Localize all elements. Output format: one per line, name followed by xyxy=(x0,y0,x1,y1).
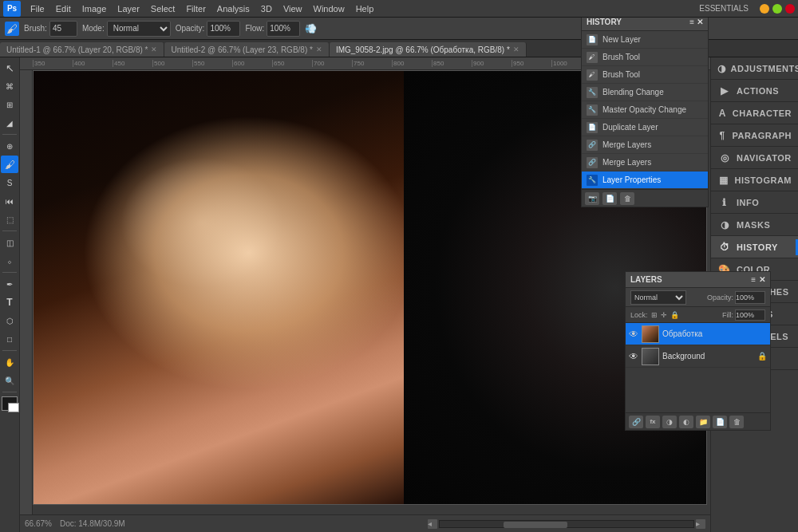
history-item-7[interactable]: 🔗 Merge Layers xyxy=(582,154,708,171)
tool-shape[interactable]: □ xyxy=(1,330,18,348)
history-item-3[interactable]: 🔧 Blending Change xyxy=(582,84,708,101)
tool-hand[interactable]: ✋ xyxy=(1,353,18,371)
menu-select[interactable]: Select xyxy=(146,2,180,15)
brush-tool-btn[interactable]: 🖌 xyxy=(5,22,19,36)
layers-mask-btn[interactable]: ◑ xyxy=(662,416,677,428)
layers-delete-btn[interactable]: 🗑 xyxy=(729,416,744,428)
info-label: INFO xyxy=(737,198,759,207)
panel-masks[interactable]: ◑ MASKS xyxy=(711,214,798,236)
tab-untitled1-close[interactable]: ✕ xyxy=(151,45,157,53)
history-delete-btn[interactable]: 🗑 xyxy=(620,192,634,205)
foreground-color[interactable] xyxy=(2,396,18,411)
menu-help[interactable]: Help xyxy=(351,2,379,15)
tool-text[interactable]: T xyxy=(1,294,18,311)
h-scrollbar[interactable] xyxy=(439,520,694,528)
layers-fx-btn[interactable]: fx xyxy=(646,416,660,428)
menu-image[interactable]: Image xyxy=(77,2,112,15)
flow-input[interactable] xyxy=(267,21,300,37)
history-new-btn[interactable]: 📄 xyxy=(602,192,617,205)
tool-eraser[interactable]: ⬚ xyxy=(1,211,18,228)
lock-all-icon[interactable]: 🔒 xyxy=(670,311,679,319)
menu-3d[interactable]: 3D xyxy=(256,2,277,15)
panel-info[interactable]: ℹ INFO xyxy=(711,191,798,214)
tab-untitled1[interactable]: Untitled-1 @ 66.7% (Layer 20, RGB/8) * ✕ xyxy=(0,42,164,57)
history-panel-title: HISTORY xyxy=(587,18,622,26)
tool-brush[interactable]: 🖌 xyxy=(1,156,18,173)
tool-eyedropper[interactable]: ◢ xyxy=(1,114,18,132)
menu-analysis[interactable]: Analysis xyxy=(212,2,255,15)
tool-crop[interactable]: ⊞ xyxy=(1,96,18,113)
menu-edit[interactable]: Edit xyxy=(51,2,76,15)
panel-history[interactable]: ⏱ HISTORY xyxy=(711,236,798,258)
layers-menu-icon[interactable]: ≡ xyxy=(751,275,756,284)
h-scrollbar-thumb[interactable] xyxy=(504,522,567,528)
ruler-mark: 650 xyxy=(272,60,312,67)
layers-fill-input[interactable] xyxy=(735,309,765,321)
layer-visibility-0[interactable]: 👁 xyxy=(629,329,638,340)
tool-zoom[interactable]: 🔍 xyxy=(1,372,18,389)
panel-actions[interactable]: ▶ ACTIONS xyxy=(711,80,798,102)
tool-history-brush[interactable]: ⏮ xyxy=(1,192,18,210)
history-close-icon[interactable]: ✕ xyxy=(697,18,703,26)
layers-opacity-control: Opacity: xyxy=(707,291,765,304)
history-item-5[interactable]: 📄 Duplicate Layer xyxy=(582,119,708,136)
menu-filter[interactable]: Filter xyxy=(181,2,210,15)
panel-adjustments[interactable]: ◑ ADJUSTMENTS xyxy=(711,57,798,80)
tool-lasso[interactable]: ⌘ xyxy=(1,77,18,95)
panel-histogram[interactable]: ▦ HISTOGRAM xyxy=(711,169,798,191)
layer-lock-icon-1: 🔒 xyxy=(757,352,767,361)
layers-opacity-input[interactable] xyxy=(735,291,765,304)
scroll-right-btn[interactable]: ▸ xyxy=(696,519,705,529)
layers-new-btn[interactable]: 📄 xyxy=(713,416,727,428)
history-item-6[interactable]: 🔗 Merge Layers xyxy=(582,136,708,154)
history-label: HISTORY xyxy=(737,242,778,252)
maximize-button[interactable] xyxy=(772,4,782,14)
history-menu-icon[interactable]: ≡ xyxy=(689,18,694,26)
brush-size-input[interactable] xyxy=(49,21,77,37)
tab-img9058[interactable]: IMG_9058-2.jpg @ 66.7% (Обработка, RGB/8… xyxy=(330,42,527,57)
history-item-1[interactable]: 🖌 Brush Tool xyxy=(582,49,708,66)
history-item-icon-5: 📄 xyxy=(587,122,598,133)
menu-view[interactable]: View xyxy=(279,2,307,15)
mode-select[interactable]: Normal xyxy=(107,21,171,37)
layers-group-btn[interactable]: 📁 xyxy=(696,416,710,428)
history-item-2[interactable]: 🖌 Brush Tool xyxy=(582,66,708,84)
layer-visibility-1[interactable]: 👁 xyxy=(629,351,638,362)
tool-clone[interactable]: S xyxy=(1,174,18,191)
layers-blend-mode-select[interactable]: Normal xyxy=(630,290,686,305)
scroll-left-btn[interactable]: ◂ xyxy=(428,519,437,529)
layers-adjust-btn[interactable]: ◐ xyxy=(679,416,693,428)
opacity-input[interactable] xyxy=(207,21,240,37)
lock-position-icon[interactable]: ✛ xyxy=(661,311,667,319)
panel-paragraph[interactable]: ¶ PARAGRAPH xyxy=(711,124,798,147)
layers-link-btn[interactable]: 🔗 xyxy=(629,416,643,428)
history-item-label-6: Merge Layers xyxy=(602,140,651,149)
tool-selection[interactable]: ↖ xyxy=(1,59,18,77)
tab-untitled2-close[interactable]: ✕ xyxy=(316,45,322,53)
layers-close-icon[interactable]: ✕ xyxy=(759,275,765,284)
history-item-8[interactable]: 🔧 Layer Properties xyxy=(582,171,708,189)
layer-row-0[interactable]: 👁 Обработка xyxy=(626,323,770,345)
history-item-4[interactable]: 🔧 Master Opacity Change xyxy=(582,101,708,119)
menu-bar: Ps File Edit Image Layer Select Filter A… xyxy=(0,0,798,18)
tool-dodge[interactable]: ⬦ xyxy=(1,252,18,270)
panel-navigator[interactable]: ◎ NAVIGATOR xyxy=(711,147,798,169)
layer-row-1[interactable]: 👁 Background 🔒 xyxy=(626,345,770,368)
history-snapshot-btn[interactable]: 📷 xyxy=(585,192,599,205)
background-color[interactable] xyxy=(8,403,19,412)
panel-character[interactable]: A CHARACTER xyxy=(711,102,798,124)
tool-path[interactable]: ⬡ xyxy=(1,312,18,329)
tool-gradient[interactable]: ◫ xyxy=(1,234,18,251)
menu-window[interactable]: Window xyxy=(309,2,350,15)
tool-pen[interactable]: ✒ xyxy=(1,275,18,293)
tool-heal[interactable]: ⊕ xyxy=(1,137,18,155)
lock-pixels-icon[interactable]: ⊞ xyxy=(651,311,658,319)
tab-untitled2[interactable]: Untitled-2 @ 66.7% (Layer 23, RGB/8) * ✕ xyxy=(164,42,329,57)
history-item-0[interactable]: 📄 New Layer xyxy=(582,31,708,49)
tab-img9058-close[interactable]: ✕ xyxy=(513,45,519,53)
menu-layer[interactable]: Layer xyxy=(113,2,144,15)
minimize-button[interactable] xyxy=(760,4,769,14)
menu-file[interactable]: File xyxy=(26,2,49,15)
airbrush-icon[interactable]: 💨 xyxy=(305,23,317,34)
close-button[interactable] xyxy=(785,4,795,14)
